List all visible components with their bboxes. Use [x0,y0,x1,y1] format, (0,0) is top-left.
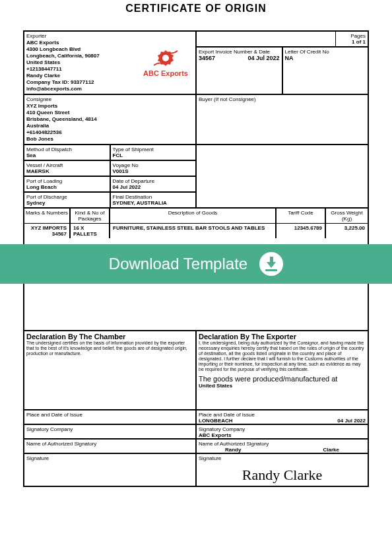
company-logo: ABC Exports [136,32,195,94]
invoice-cell: Export Invoice Number & Date 34567 04 Ju… [196,47,282,94]
vessel-cell: Vessel / Aircraft MAERSK [24,160,110,176]
goods-header: Marks & Numbers Kind & No of Packages De… [24,208,368,224]
svg-point-0 [162,55,169,61]
loading-cell: Port of Loading Long Beach [24,176,110,192]
dispatch-cell: Method of Dispatch Sea [24,145,110,160]
download-template-label: Download Template [109,255,247,273]
consignee-block: Consignee XYZ Imports 410 Queen Street B… [24,94,196,145]
download-icon [259,252,283,276]
download-template-button[interactable]: Download Template [0,244,392,284]
gear-icon [152,48,179,68]
buyer-cell: Buyer (If not Consignee) [196,94,368,145]
pages-cell: Pages 1 of 1 [335,31,368,47]
goods-row: XYZ IMPORTS 34567 16 X PALLETS FURNITURE… [24,224,368,238]
discharge-cell: Port of Discharge Sydney [24,192,110,208]
certificate-title: CERTIFICATE OF ORIGIN [0,0,392,16]
voyage-cell: Voyage No V001S [110,160,197,176]
exporter-block: Exporter ABC Exports 4300 Longbeach Blvd… [24,32,136,94]
chamber-declaration: Declaration By The Chamber The undersign… [24,331,196,486]
signature-cursive: Randy Clarke [199,461,366,489]
departure-cell: Date of Departure 04 Jul 2022 [110,176,197,192]
credit-cell: Letter Of Credit No NA [282,47,369,94]
destination-cell: Final Destination SYDNEY, AUSTRALIA [110,192,197,208]
exporter-declaration: Declaration By The Exporter I, the under… [196,331,368,486]
shipment-type-cell: Type of Shipment FCL [110,145,197,160]
